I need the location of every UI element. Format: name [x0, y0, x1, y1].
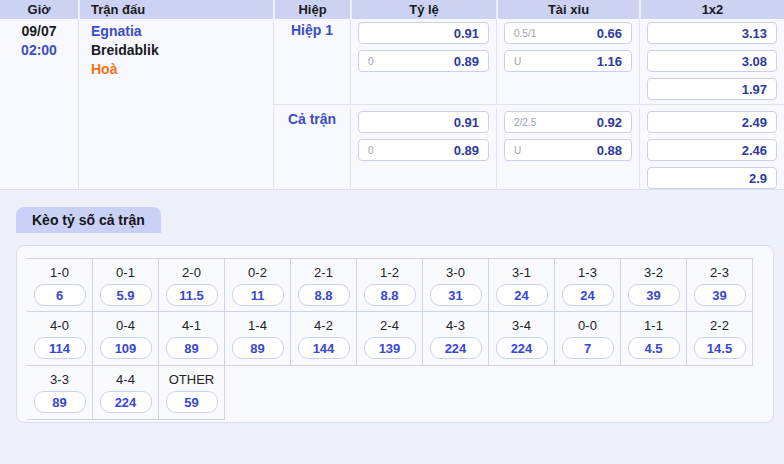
score-cell: 3-1 24 — [489, 258, 555, 312]
score-odds-button[interactable]: 109 — [100, 337, 152, 359]
score-odds-button[interactable]: 14.5 — [694, 337, 746, 359]
header-time: Giờ — [0, 0, 78, 19]
over-under-odds-button[interactable]: 0.5/1 0.66 — [504, 22, 632, 44]
score-cell: 4-3 224 — [423, 312, 489, 366]
score-odds-button[interactable]: 39 — [694, 284, 746, 306]
score-odds-button[interactable]: 11.5 — [166, 284, 218, 306]
1x2-odds-button[interactable]: 1.97 — [647, 78, 777, 100]
score-odds-button[interactable]: 89 — [166, 337, 218, 359]
score-cell: 0-0 7 — [555, 312, 621, 366]
score-label: 2-3 — [687, 265, 752, 280]
score-odds-button[interactable]: 24 — [562, 284, 614, 306]
match-date: 09/07 — [0, 22, 78, 41]
score-cell: 2-3 39 — [687, 258, 753, 312]
header-match: Trận đấu — [78, 0, 273, 19]
over-under-odds-button[interactable]: 2/2.5 0.92 — [504, 111, 632, 133]
match-cell: Egnatia Breidablik Hoà — [78, 19, 273, 189]
score-label: 4-0 — [27, 318, 92, 333]
score-label: 2-1 — [291, 265, 356, 280]
score-cell: OTHER 59 — [159, 366, 225, 420]
score-label: 3-3 — [27, 372, 92, 387]
score-cell: 1-1 4.5 — [621, 312, 687, 366]
handicap-odds-button[interactable]: 0.91 — [358, 111, 489, 133]
score-odds-button[interactable]: 144 — [298, 337, 350, 359]
score-grid: 1-0 6 0-1 5.9 2-0 11.5 0-2 11 — [27, 258, 754, 420]
score-odds-button[interactable]: 4.5 — [628, 337, 680, 359]
score-odds-button[interactable]: 89 — [232, 337, 284, 359]
full-time-1x2-column: 2.49 2.46 2.9 — [639, 108, 784, 190]
score-odds-button[interactable]: 5.9 — [100, 284, 152, 306]
score-label: 1-3 — [555, 265, 620, 280]
score-label: 2-0 — [159, 265, 224, 280]
score-label: 1-2 — [357, 265, 422, 280]
1x2-odds: 1.97 — [742, 82, 767, 97]
score-odds-button[interactable]: 224 — [430, 337, 482, 359]
1x2-odds: 3.13 — [742, 26, 767, 41]
score-grid-row: 4-0 114 0-4 109 4-1 89 1-4 89 — [27, 312, 754, 366]
handicap-odds-button[interactable]: 0.91 — [358, 22, 489, 44]
1x2-odds-button[interactable]: 2.49 — [647, 111, 777, 133]
handicap-odds-button[interactable]: 0 0.89 — [358, 139, 489, 161]
score-label: 3-1 — [489, 265, 554, 280]
over-under-line: U — [514, 145, 521, 156]
score-cell: 2-0 11.5 — [159, 258, 225, 312]
score-label: 1-0 — [27, 265, 92, 280]
score-odds-button[interactable]: 11 — [232, 284, 284, 306]
1x2-odds: 2.46 — [742, 143, 767, 158]
score-grid-row: 1-0 6 0-1 5.9 2-0 11.5 0-2 11 — [27, 258, 754, 312]
score-label: 3-4 — [489, 318, 554, 333]
score-cell: 0-4 109 — [93, 312, 159, 366]
score-odds-button[interactable]: 8.8 — [364, 284, 416, 306]
score-odds-button[interactable]: 139 — [364, 337, 416, 359]
over-under-odds: 0.92 — [597, 115, 622, 130]
score-odds-button[interactable]: 89 — [34, 391, 86, 413]
handicap-odds: 0.91 — [454, 26, 479, 41]
handicap-odds-button[interactable]: 0 0.89 — [358, 50, 489, 72]
tab-correct-score[interactable]: Kèo tỷ số cả trận — [16, 207, 161, 233]
1x2-odds: 2.49 — [742, 115, 767, 130]
score-odds-button[interactable]: 31 — [430, 284, 482, 306]
home-team-link[interactable]: Egnatia — [91, 22, 273, 41]
handicap-odds: 0.91 — [454, 115, 479, 130]
score-odds-button[interactable]: 59 — [166, 391, 218, 413]
match-row: 09/07 02:00 Egnatia Breidablik Hoà Hiệp … — [0, 19, 784, 190]
score-label: 0-4 — [93, 318, 158, 333]
1x2-odds-button[interactable]: 2.9 — [647, 167, 777, 189]
full-time-label: Cả trận — [273, 108, 350, 190]
first-half-handicap-column: 0.91 0 0.89 — [350, 19, 496, 104]
score-odds-button[interactable]: 8.8 — [298, 284, 350, 306]
score-cell: 3-3 89 — [27, 366, 93, 420]
score-odds-button[interactable]: 7 — [562, 337, 614, 359]
time-cell: 09/07 02:00 — [0, 19, 78, 189]
score-cell: 2-4 139 — [357, 312, 423, 366]
over-under-odds-button[interactable]: U 1.16 — [504, 50, 632, 72]
score-label: 4-4 — [93, 372, 158, 387]
away-team-link[interactable]: Breidablik — [91, 41, 273, 60]
handicap-line: 0 — [368, 56, 374, 67]
over-under-odds-button[interactable]: U 0.88 — [504, 139, 632, 161]
score-cell: 1-4 89 — [225, 312, 291, 366]
score-odds-button[interactable]: 224 — [100, 391, 152, 413]
score-cell: 4-0 114 — [27, 312, 93, 366]
over-under-odds: 0.66 — [597, 26, 622, 41]
full-time-over-under-column: 2/2.5 0.92 U 0.88 — [496, 108, 639, 190]
1x2-odds-button[interactable]: 3.13 — [647, 22, 777, 44]
draw-label: Hoà — [91, 60, 273, 79]
score-odds-button[interactable]: 39 — [628, 284, 680, 306]
1x2-odds-button[interactable]: 3.08 — [647, 50, 777, 72]
score-odds-button[interactable]: 24 — [496, 284, 548, 306]
1x2-odds-button[interactable]: 2.46 — [647, 139, 777, 161]
score-odds-button[interactable]: 114 — [34, 337, 86, 359]
handicap-odds: 0.89 — [454, 143, 479, 158]
score-label: 2-2 — [687, 318, 752, 333]
score-label: 0-2 — [225, 265, 290, 280]
score-cell: 2-2 14.5 — [687, 312, 753, 366]
score-label: 2-4 — [357, 318, 422, 333]
score-odds-button[interactable]: 224 — [496, 337, 548, 359]
score-label: 4-1 — [159, 318, 224, 333]
first-half-over-under-column: 0.5/1 0.66 U 1.16 — [496, 19, 639, 104]
first-half-label: Hiệp 1 — [273, 19, 350, 104]
score-cell: 2-1 8.8 — [291, 258, 357, 312]
score-odds-button[interactable]: 6 — [34, 284, 86, 306]
correct-score-panel: 1-0 6 0-1 5.9 2-0 11.5 0-2 11 — [16, 245, 774, 423]
